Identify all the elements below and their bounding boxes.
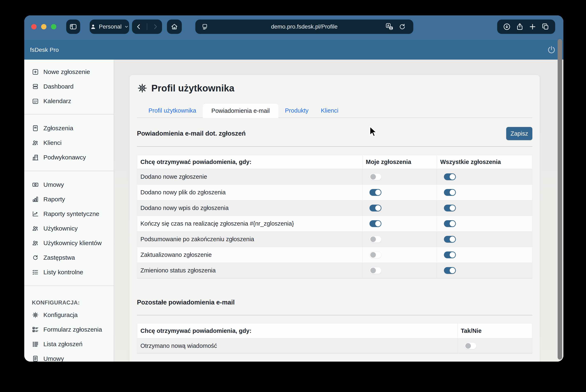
forward-button[interactable] [152,23,159,30]
sidebar-item-formularz-zgloszenia[interactable]: Formularz zgłoszenia [24,322,114,337]
sidebar-item-kalendarz[interactable]: Kalendarz [24,94,114,108]
sidebar-item-label: Kalendarz [43,98,71,104]
svg-text:文: 文 [389,27,393,30]
toggle-moje-zgloszenia[interactable] [370,220,381,227]
toggle-moje-zgloszenia[interactable] [370,267,381,274]
svg-text:$: $ [35,184,36,186]
traffic-close-button[interactable] [31,24,37,30]
checklist-icon [32,269,39,276]
profile-switcher[interactable]: Personal [90,20,129,34]
app-brand: fsDesk Pro [30,47,59,53]
sidebar-item-raporty[interactable]: Raporty [24,192,114,206]
sidebar-item-podwykonawcy[interactable]: Podwykonawcy [24,150,114,164]
sidebar-item-label: Zastępstwa [43,254,75,261]
downloads-button[interactable] [503,22,511,31]
tab-produkty[interactable]: Produkty [285,107,309,114]
tab-powiadomienia-email[interactable]: Powiadomienia e-mail [203,104,278,118]
page-title: Profil użytkownika [151,82,234,94]
sidebar-item-zastepstwa[interactable]: Zastępstwa [24,250,114,265]
plus-square-icon [32,68,39,76]
scrollbar-thumb[interactable] [558,39,562,360]
toggle-moje-zgloszenia[interactable] [370,236,381,243]
toggle-wszystkie-zgloszenia[interactable] [444,267,456,274]
toggle-moje-zgloszenia[interactable] [370,174,381,180]
new-tab-button[interactable] [528,22,537,31]
section2-heading: Pozostałe powiadomienia e-mail [137,298,532,306]
tabs-overview-button[interactable] [541,22,550,31]
table-row: Kończy się czas na realizację zgłoszenia… [137,216,532,232]
home-button[interactable] [167,20,182,34]
toggle-wszystkie-zgloszenia[interactable] [444,189,456,196]
sidebar-item-label: Użytkownicy klientów [43,240,102,246]
toggle-moje-zgloszenia[interactable] [370,189,381,196]
table-row: Otrzymano nową wiadomość [137,338,532,354]
reload-icon[interactable] [399,23,406,30]
sidebar-item-listy-kontrolne[interactable]: Listy kontrolne [24,265,114,280]
sidebar-item-lista-zgloszen[interactable]: Lista zgłoszeń [24,337,114,351]
sidebar-item-uzytkownicy-klientow[interactable]: Użytkownicy klientów [24,236,114,250]
traffic-zoom-button[interactable] [51,24,56,30]
sidebar-item-label: Dashboard [43,83,74,90]
table-header-row: Chcę otrzymywać powiadomienia, gdy: Tak/… [137,324,532,338]
person-icon [90,24,96,30]
calendar-icon [32,98,39,104]
toggle-wszystkie-zgloszenia[interactable] [444,220,456,227]
save-button[interactable]: Zapisz [506,127,532,140]
row-label: Otrzymano nową wiadomość [137,338,457,353]
traffic-minimize-button[interactable] [41,24,47,30]
sidebar-item-konfiguracja[interactable]: Konfiguracja [24,308,114,322]
sidebar-item-umowy[interactable]: $ Umowy [24,177,114,192]
back-button[interactable] [135,23,142,30]
sidebar-item-dashboard[interactable]: Dashboard [24,79,114,94]
sidebar-item-klienci[interactable]: Klienci [24,136,114,150]
sidebar-item-uzytkownicy[interactable]: Użytkownicy [24,221,114,236]
toggle-moje-zgloszenia[interactable] [370,252,381,258]
toggle-wszystkie-zgloszenia[interactable] [444,236,456,243]
tab-profil-uzytkownika[interactable]: Profil użytkownika [148,107,196,114]
column-header: Chcę otrzymywać powiadomienia, gdy: [137,155,362,169]
column-header: Tak/Nie [457,324,532,338]
row-label: Podsumowanie po zakończeniu zgłoszenia [137,232,362,247]
users-icon [32,240,39,246]
sidebar-item-zgloszenia[interactable]: Zgłoszenia [24,121,114,136]
section1-header-row: Powiadomienia e-mail dot. zgłoszeń Zapis… [137,127,532,140]
sidebar-item-label: Listy kontrolne [43,269,83,276]
line-chart-icon [32,210,39,217]
gear-icon [32,312,39,318]
translate-icon[interactable]: A 文 [385,22,394,31]
toggle-wszystkie-zgloszenia[interactable] [444,174,456,180]
address-bar[interactable]: demo.pro.fsdesk.pl/Profile A 文 [195,20,413,34]
table-row: Dodano nowy wpis do zgłoszenia [137,200,532,216]
toggle-wszystkie-zgloszenia[interactable] [444,205,456,212]
row-label: Kończy się czas na realizację zgłoszenia… [137,216,362,231]
toggle-moje-zgloszenia[interactable] [370,205,381,212]
sidebar-item-label: Podwykonawcy [43,154,86,161]
sidebar-item-umowy-config[interactable]: Umowy [24,351,114,362]
home-icon [170,23,178,30]
dashboard-icon [32,83,39,90]
sidebar-toggle-icon [69,23,77,30]
nav-separator [147,23,147,30]
toggle-tak-nie[interactable] [464,342,476,349]
browser-sidebar-toggle-button[interactable] [66,20,80,34]
row-label: Zaktualizowano zgłoszenie [137,247,362,262]
sidebar-item-raporty-syntetyczne[interactable]: Raporty syntetyczne [24,206,114,221]
table-row: Zaktualizowano zgłoszenie [137,247,532,263]
logout-button[interactable] [546,44,557,55]
table-row: Podsumowanie po zakończeniu zgłoszenia [137,232,532,247]
share-button[interactable] [516,22,524,31]
toggle-wszystkie-zgloszenia[interactable] [444,252,456,258]
table-row: Dodano nowy plik do zgłoszenia [137,185,532,200]
browser-window: Personal demo.pro.fsdesk.pl/Profile [24,16,563,362]
sidebar-item-nowe-zgloszenie[interactable]: Nowe zgłoszenie [24,64,114,79]
column-header: Chcę otrzymywać powiadomienia, gdy: [137,324,457,338]
toolbar-actions-group [497,20,555,34]
nav-button-group [132,20,162,34]
tab-klienci[interactable]: Klienci [321,107,338,114]
users-icon [32,225,39,232]
document-lines-icon [32,355,39,362]
sidebar-item-label: Umowy [43,355,64,362]
sidebar: Nowe zgłoszenie Dashboard Kalendarz Zgło… [24,60,114,362]
sidebar-divider [24,286,114,286]
browser-toolbar: Personal demo.pro.fsdesk.pl/Profile [24,16,563,40]
